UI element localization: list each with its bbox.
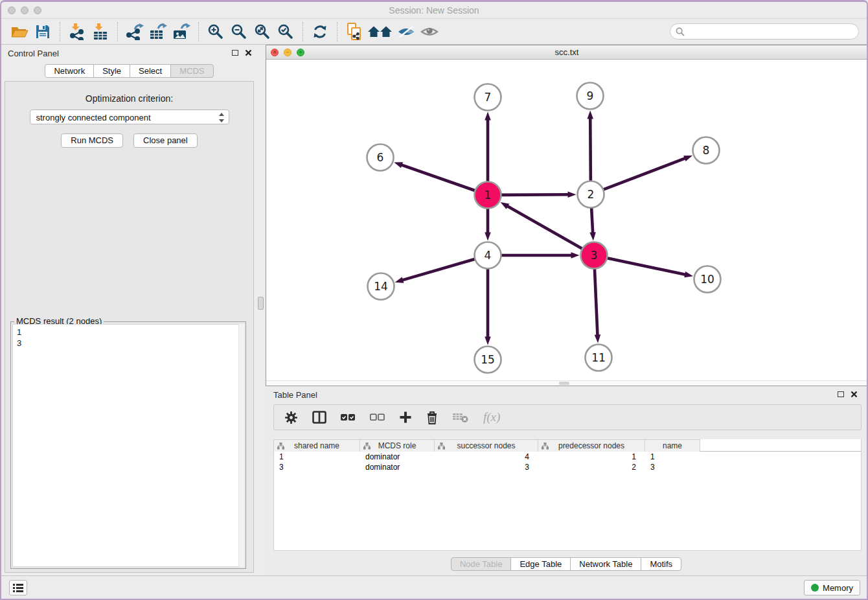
graph-edge-2-8[interactable] xyxy=(603,158,686,190)
graph-edge-arrowhead xyxy=(394,162,403,168)
mcds-result-group: MCDS result (2 nodes) 1 3 xyxy=(10,321,246,569)
graph-edge-arrowhead xyxy=(684,271,693,277)
table-header-row: shared nameMCDS rolesuccessor nodesprede… xyxy=(274,439,861,452)
export-table-icon[interactable] xyxy=(146,21,170,42)
graph-edge-arrowhead xyxy=(683,156,692,161)
table-cell[interactable]: 4 xyxy=(435,452,538,462)
result-scrollbar[interactable] xyxy=(238,324,244,567)
table-row[interactable]: 1dominator411 xyxy=(274,452,861,462)
table-body: 1dominator4113dominator323 xyxy=(274,452,861,472)
graph-edge-arrowhead xyxy=(571,252,580,259)
float-panel-icon[interactable] xyxy=(232,50,238,56)
network-graph[interactable]: 7968124314101511 xyxy=(266,60,867,381)
float-table-panel-icon[interactable] xyxy=(838,391,844,397)
tab-edge-table[interactable]: Edge Table xyxy=(510,557,571,571)
save-session-icon[interactable] xyxy=(31,21,54,42)
tab-network-table[interactable]: Network Table xyxy=(570,557,641,571)
table-cell[interactable]: dominator xyxy=(360,452,435,462)
network-hscroll-thumb[interactable] xyxy=(559,382,569,385)
table-cell[interactable]: 3 xyxy=(645,462,700,472)
column-header-MCDS-role[interactable]: MCDS role xyxy=(360,439,435,452)
close-panel-icon[interactable] xyxy=(245,49,252,56)
close-table-panel-icon[interactable] xyxy=(851,391,858,398)
criterion-selected-value: strongly connected component xyxy=(36,113,151,122)
table-settings-gear-icon[interactable] xyxy=(284,411,298,424)
network-window-titlebar: ✕ − + scc.txt xyxy=(266,45,867,60)
task-history-button[interactable] xyxy=(9,580,27,595)
graph-node-label: 1 xyxy=(485,189,492,202)
column-header-successor-nodes[interactable]: successor nodes xyxy=(435,439,538,452)
graph-edge-2-3[interactable] xyxy=(591,207,593,233)
refresh-layout-icon[interactable] xyxy=(308,21,332,42)
table-row[interactable]: 3dominator323 xyxy=(274,462,861,472)
column-header-predecessor-nodes[interactable]: predecessor nodes xyxy=(538,439,645,452)
graph-edge-3-11[interactable] xyxy=(595,268,598,336)
delete-table-icon[interactable] xyxy=(452,411,469,423)
toolbar-separator xyxy=(198,22,199,41)
graph-edge-1-2[interactable] xyxy=(501,194,569,195)
graph-edge-1-6[interactable] xyxy=(401,165,475,190)
tab-node-table[interactable]: Node Table xyxy=(451,557,512,571)
search-icon xyxy=(676,27,685,36)
zoom-in-icon[interactable] xyxy=(204,21,227,42)
import-network-icon[interactable] xyxy=(65,21,89,42)
graph-edge-arrowhead xyxy=(567,191,576,197)
tab-mcds[interactable]: MCDS xyxy=(170,64,213,78)
criterion-select[interactable]: strongly connected component xyxy=(30,110,229,124)
column-header-name[interactable]: name xyxy=(645,439,700,452)
zoom-fit-icon[interactable] xyxy=(251,21,274,42)
session-title: Session: New Session xyxy=(1,5,867,16)
network-canvas[interactable]: 7968124314101511 xyxy=(266,60,867,380)
tab-network[interactable]: Network xyxy=(45,64,94,78)
close-panel-button[interactable]: Close panel xyxy=(133,133,198,148)
hide-selected-eye-icon[interactable] xyxy=(394,21,418,42)
delete-column-icon[interactable] xyxy=(426,411,438,424)
memory-label: Memory xyxy=(823,583,853,593)
graph-edge-3-10[interactable] xyxy=(607,258,686,275)
graph-edge-2-9[interactable] xyxy=(590,117,591,181)
status-bar: Memory xyxy=(1,575,867,599)
select-columns-checked-icon[interactable] xyxy=(341,413,356,421)
zoom-out-icon[interactable] xyxy=(227,21,251,42)
select-columns-unchecked-icon[interactable] xyxy=(370,413,385,421)
table-cell[interactable]: 1 xyxy=(274,452,360,462)
home-layout-icon[interactable] xyxy=(366,21,394,42)
show-all-eye-icon[interactable] xyxy=(418,21,441,42)
split-table-columns-icon[interactable] xyxy=(312,411,326,424)
control-panel-tabs: NetworkStyleSelectMCDS xyxy=(45,64,213,78)
import-table-icon[interactable] xyxy=(89,21,112,42)
export-image-icon[interactable] xyxy=(170,21,193,42)
memory-status-dot xyxy=(811,584,819,592)
optimization-criterion-label: Optimization criterion: xyxy=(5,93,253,104)
export-network-icon[interactable] xyxy=(123,21,146,42)
table-cell[interactable]: 3 xyxy=(435,462,538,472)
graph-edge-4-14[interactable] xyxy=(402,259,475,281)
graph-node-label: 7 xyxy=(485,91,492,104)
mcds-result-text[interactable]: 1 3 xyxy=(12,324,244,567)
table-cell[interactable]: 2 xyxy=(538,462,645,472)
open-session-icon[interactable] xyxy=(8,21,31,42)
panel-splitter-handle[interactable] xyxy=(258,297,264,310)
graph-edge-arrowhead xyxy=(595,334,600,343)
table-cell[interactable]: 3 xyxy=(274,462,360,472)
toolbar-separator xyxy=(337,22,337,41)
tab-motifs[interactable]: Motifs xyxy=(641,557,681,571)
column-header-shared-name[interactable]: shared name xyxy=(274,439,360,452)
graph-edge-arrowhead xyxy=(485,112,491,121)
main-toolbar xyxy=(1,19,867,45)
zoom-selected-icon[interactable] xyxy=(274,21,297,42)
clone-network-icon[interactable] xyxy=(343,21,366,42)
table-cell[interactable]: dominator xyxy=(360,462,435,472)
tab-select[interactable]: Select xyxy=(130,64,171,78)
memory-button[interactable]: Memory xyxy=(804,580,860,595)
tab-style[interactable]: Style xyxy=(93,64,130,78)
table-cell[interactable]: 1 xyxy=(645,452,700,462)
run-mcds-button[interactable]: Run MCDS xyxy=(61,133,123,148)
network-hscrollbar[interactable] xyxy=(266,380,867,386)
search-input[interactable] xyxy=(687,25,853,38)
add-column-icon[interactable] xyxy=(399,411,412,424)
table-cell[interactable]: 1 xyxy=(538,452,645,462)
function-builder-icon[interactable]: f(x) xyxy=(483,410,500,424)
graph-edge-3-1[interactable] xyxy=(507,206,582,249)
table-toolbar: f(x) xyxy=(273,404,862,430)
